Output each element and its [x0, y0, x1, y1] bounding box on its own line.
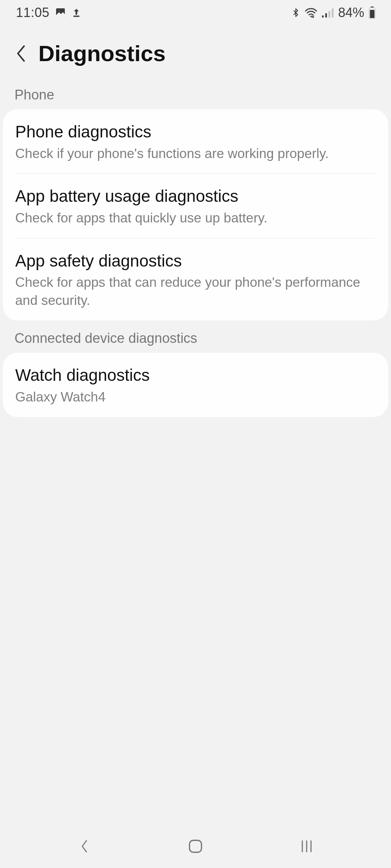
- status-time: 11:05: [16, 5, 50, 20]
- back-button[interactable]: [14, 43, 28, 64]
- item-watch-diagnostics[interactable]: Watch diagnostics Galaxy Watch4: [3, 353, 388, 417]
- item-title: Phone diagnostics: [15, 122, 374, 142]
- svg-rect-10: [370, 10, 375, 18]
- svg-rect-7: [332, 8, 333, 18]
- svg-point-1: [58, 10, 59, 12]
- item-subtitle: Check if your phone's functions are work…: [15, 145, 374, 163]
- battery-icon: [368, 7, 377, 19]
- item-subtitle: Check for apps that quickly use up batte…: [15, 209, 374, 227]
- svg-point-3: [310, 16, 312, 17]
- nav-recents-button[interactable]: [278, 834, 336, 859]
- item-app-safety-diagnostics[interactable]: App safety diagnostics Check for apps th…: [3, 238, 388, 320]
- nav-back-button[interactable]: [55, 834, 113, 859]
- upload-icon: [71, 7, 81, 18]
- item-phone-diagnostics[interactable]: Phone diagnostics Check if your phone's …: [3, 109, 388, 173]
- header: Diagnostics: [0, 25, 391, 84]
- item-subtitle: Galaxy Watch4: [15, 388, 374, 406]
- wifi-icon: [304, 7, 318, 18]
- gallery-icon: [55, 7, 66, 18]
- item-title: App safety diagnostics: [15, 251, 374, 272]
- section-header-phone: Phone: [0, 84, 391, 109]
- svg-rect-4: [322, 16, 324, 18]
- svg-rect-11: [189, 841, 201, 852]
- status-bar: 11:05: [0, 0, 391, 25]
- page-title: Diagnostics: [38, 41, 165, 66]
- status-right: 84%: [291, 5, 377, 20]
- phone-card: Phone diagnostics Check if your phone's …: [3, 109, 388, 320]
- cell-signal-icon: [321, 7, 335, 18]
- item-app-battery-diagnostics[interactable]: App battery usage diagnostics Check for …: [3, 174, 388, 238]
- battery-percent: 84%: [338, 5, 364, 20]
- section-header-connected: Connected device diagnostics: [0, 320, 391, 353]
- item-title: App battery usage diagnostics: [15, 186, 374, 207]
- nav-bar: [0, 828, 391, 868]
- item-subtitle: Check for apps that can reduce your phon…: [15, 273, 374, 310]
- item-title: Watch diagnostics: [15, 365, 374, 386]
- svg-rect-2: [73, 16, 79, 17]
- svg-rect-6: [328, 11, 330, 18]
- status-left: 11:05: [16, 5, 81, 20]
- svg-rect-5: [325, 13, 327, 18]
- nav-home-button[interactable]: [167, 834, 224, 859]
- bluetooth-icon: [291, 7, 300, 19]
- connected-card: Watch diagnostics Galaxy Watch4: [3, 353, 388, 417]
